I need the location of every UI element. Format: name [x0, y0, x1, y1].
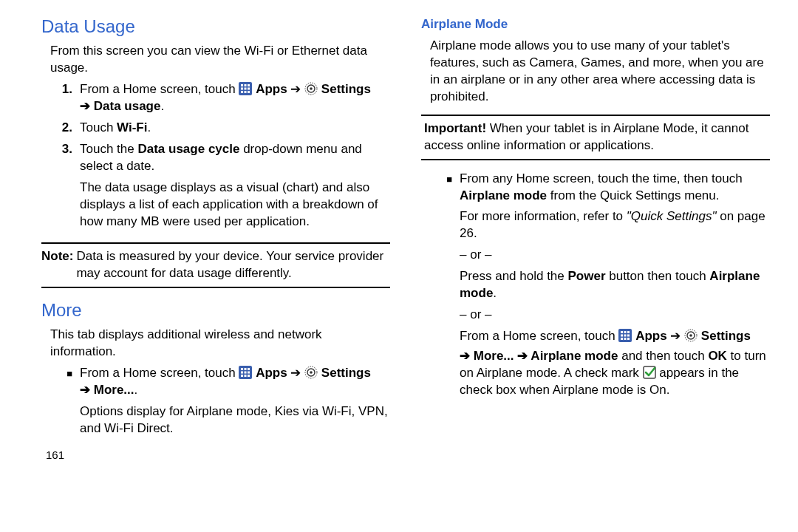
important-note: Important! When your tablet is in Airpla… — [421, 120, 770, 154]
data-usage-intro: From this screen you can view the Wi-Fi … — [41, 43, 390, 77]
right-column: Airplane Mode Airplane mode allows you t… — [421, 15, 770, 463]
note-text: Data is measured by your device. Your se… — [73, 248, 390, 282]
divider — [41, 287, 390, 288]
apps-icon — [618, 329, 632, 343]
divider — [41, 242, 390, 244]
step-2: 2. Touch Wi-Fi. — [41, 120, 390, 137]
left-column: Data Usage From this screen you can view… — [41, 15, 390, 463]
or-separator: – or – — [460, 307, 770, 324]
data-usage-steps: 1. From a Home screen, touch Apps ➔ Sett… — [41, 81, 390, 233]
step-number: 1. — [41, 81, 80, 115]
page-number: 161 — [41, 448, 390, 463]
heading-more: More — [41, 299, 390, 322]
heading-data-usage: Data Usage — [41, 15, 390, 38]
divider — [421, 115, 770, 116]
note-label: Note: — [41, 248, 73, 282]
apps-icon — [239, 366, 252, 380]
settings-icon — [684, 329, 698, 343]
divider — [421, 159, 770, 160]
step-number: 3. — [41, 141, 80, 233]
step-3: 3. Touch the Data usage cycle drop-down … — [41, 141, 390, 233]
step-text: From a Home screen, touch Apps ➔ Setting… — [80, 82, 371, 96]
more-bullet: ■ From a Home screen, touch Apps ➔ Setti… — [41, 365, 390, 440]
bullet-icon: ■ — [421, 171, 460, 402]
settings-icon — [304, 82, 318, 96]
step-number: 2. — [41, 120, 80, 137]
airplane-intro: Airplane mode allows you to use many of … — [421, 38, 770, 106]
note: Note: Data is measured by your device. Y… — [41, 248, 390, 282]
bullet-icon: ■ — [41, 365, 80, 440]
or-separator: – or – — [460, 247, 770, 264]
apps-icon — [239, 82, 252, 96]
check-icon — [643, 366, 656, 380]
heading-airplane-mode: Airplane Mode — [421, 16, 770, 33]
settings-icon — [304, 366, 318, 380]
airplane-bullet: ■ From any Home screen, touch the time, … — [421, 171, 770, 402]
more-intro: This tab displays additional wireless an… — [41, 327, 390, 361]
step-1: 1. From a Home screen, touch Apps ➔ Sett… — [41, 81, 390, 115]
